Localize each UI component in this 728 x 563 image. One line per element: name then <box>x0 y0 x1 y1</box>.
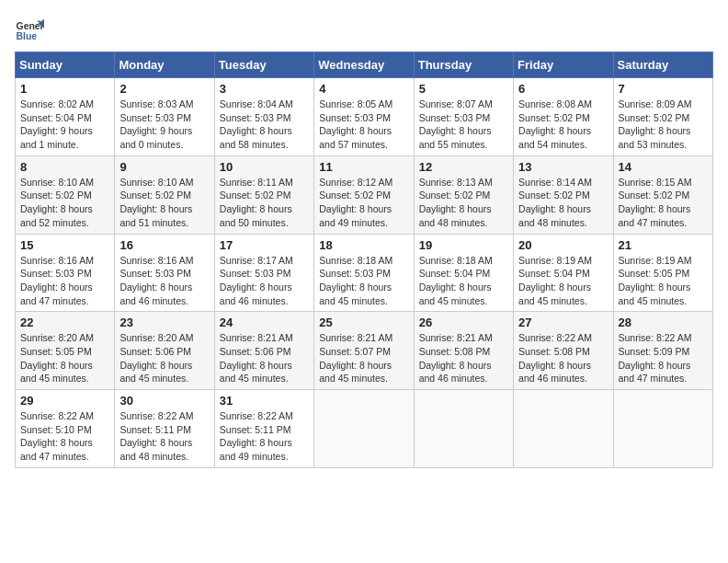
day-info: Sunrise: 8:15 AM Sunset: 5:02 PM Dayligh… <box>619 176 708 230</box>
day-info: Sunrise: 8:13 AM Sunset: 5:02 PM Dayligh… <box>419 176 508 230</box>
day-number: 28 <box>619 316 708 329</box>
day-number: 16 <box>119 238 209 252</box>
calendar-body: 1Sunrise: 8:02 AM Sunset: 5:04 PM Daylig… <box>16 78 713 468</box>
day-info: Sunrise: 8:14 AM Sunset: 5:02 PM Dayligh… <box>518 176 608 230</box>
day-info: Sunrise: 8:22 AM Sunset: 5:11 PM Dayligh… <box>220 409 309 464</box>
calendar-cell: 22Sunrise: 8:20 AM Sunset: 5:05 PM Dayli… <box>16 312 115 390</box>
day-number: 19 <box>419 238 508 252</box>
day-number: 21 <box>619 238 708 252</box>
weekday-header: Monday <box>115 52 214 78</box>
calendar-cell <box>514 390 613 468</box>
day-number: 25 <box>319 316 408 329</box>
day-number: 30 <box>119 394 209 408</box>
day-number: 23 <box>119 316 209 329</box>
svg-text:Blue: Blue <box>17 31 38 41</box>
day-info: Sunrise: 8:17 AM Sunset: 5:03 PM Dayligh… <box>220 254 309 308</box>
calendar-cell: 2Sunrise: 8:03 AM Sunset: 5:03 PM Daylig… <box>115 78 214 156</box>
day-number: 31 <box>220 394 309 408</box>
calendar-cell: 18Sunrise: 8:18 AM Sunset: 5:03 PM Dayli… <box>314 234 414 312</box>
calendar-cell: 5Sunrise: 8:07 AM Sunset: 5:03 PM Daylig… <box>414 78 513 156</box>
day-number: 15 <box>20 238 109 252</box>
day-info: Sunrise: 8:19 AM Sunset: 5:05 PM Dayligh… <box>619 254 708 308</box>
day-number: 22 <box>20 316 109 329</box>
calendar-week: 22Sunrise: 8:20 AM Sunset: 5:05 PM Dayli… <box>16 312 713 390</box>
day-number: 6 <box>518 82 608 96</box>
calendar-cell: 28Sunrise: 8:22 AM Sunset: 5:09 PM Dayli… <box>613 312 712 390</box>
day-number: 27 <box>518 316 608 329</box>
calendar-week: 29Sunrise: 8:22 AM Sunset: 5:10 PM Dayli… <box>16 390 713 468</box>
calendar-cell: 24Sunrise: 8:21 AM Sunset: 5:06 PM Dayli… <box>214 312 313 390</box>
day-info: Sunrise: 8:09 AM Sunset: 5:02 PM Dayligh… <box>619 98 708 152</box>
day-info: Sunrise: 8:08 AM Sunset: 5:02 PM Dayligh… <box>518 98 608 152</box>
calendar-week: 8Sunrise: 8:10 AM Sunset: 5:02 PM Daylig… <box>16 155 713 234</box>
day-number: 11 <box>319 160 408 174</box>
day-info: Sunrise: 8:21 AM Sunset: 5:06 PM Dayligh… <box>220 331 309 385</box>
calendar-cell: 7Sunrise: 8:09 AM Sunset: 5:02 PM Daylig… <box>613 78 712 156</box>
weekday-header: Thursday <box>414 52 513 78</box>
day-info: Sunrise: 8:18 AM Sunset: 5:03 PM Dayligh… <box>319 254 408 308</box>
day-number: 20 <box>518 238 608 252</box>
day-number: 14 <box>619 160 708 174</box>
day-info: Sunrise: 8:02 AM Sunset: 5:04 PM Dayligh… <box>20 98 109 152</box>
calendar-cell: 4Sunrise: 8:05 AM Sunset: 5:03 PM Daylig… <box>314 78 414 156</box>
calendar-cell: 6Sunrise: 8:08 AM Sunset: 5:02 PM Daylig… <box>514 78 613 156</box>
day-info: Sunrise: 8:11 AM Sunset: 5:02 PM Dayligh… <box>220 176 309 230</box>
weekday-header: Saturday <box>613 52 712 78</box>
calendar-cell: 23Sunrise: 8:20 AM Sunset: 5:06 PM Dayli… <box>115 312 214 390</box>
calendar-cell: 17Sunrise: 8:17 AM Sunset: 5:03 PM Dayli… <box>214 234 313 312</box>
weekday-header: Friday <box>514 52 613 78</box>
day-number: 3 <box>220 82 309 96</box>
day-number: 9 <box>119 160 209 174</box>
day-info: Sunrise: 8:16 AM Sunset: 5:03 PM Dayligh… <box>119 254 209 308</box>
weekday-header: Sunday <box>16 52 115 78</box>
calendar-header: SundayMondayTuesdayWednesdayThursdayFrid… <box>16 52 713 78</box>
day-number: 29 <box>20 394 109 408</box>
calendar-table: SundayMondayTuesdayWednesdayThursdayFrid… <box>15 52 713 468</box>
calendar-cell <box>414 390 513 468</box>
calendar-cell: 9Sunrise: 8:10 AM Sunset: 5:02 PM Daylig… <box>115 155 214 234</box>
day-info: Sunrise: 8:10 AM Sunset: 5:02 PM Dayligh… <box>119 176 209 230</box>
calendar-cell: 27Sunrise: 8:22 AM Sunset: 5:08 PM Dayli… <box>514 312 613 390</box>
calendar-cell: 25Sunrise: 8:21 AM Sunset: 5:07 PM Dayli… <box>314 312 414 390</box>
calendar-cell: 26Sunrise: 8:21 AM Sunset: 5:08 PM Dayli… <box>414 312 513 390</box>
weekday-header: Tuesday <box>214 52 313 78</box>
calendar-cell: 8Sunrise: 8:10 AM Sunset: 5:02 PM Daylig… <box>16 155 115 234</box>
day-number: 2 <box>119 82 209 96</box>
day-info: Sunrise: 8:10 AM Sunset: 5:02 PM Dayligh… <box>20 176 109 230</box>
day-number: 10 <box>220 160 309 174</box>
day-info: Sunrise: 8:05 AM Sunset: 5:03 PM Dayligh… <box>319 98 408 152</box>
calendar-cell: 12Sunrise: 8:13 AM Sunset: 5:02 PM Dayli… <box>414 155 513 234</box>
day-info: Sunrise: 8:04 AM Sunset: 5:03 PM Dayligh… <box>220 98 309 152</box>
calendar-cell: 21Sunrise: 8:19 AM Sunset: 5:05 PM Dayli… <box>613 234 712 312</box>
logo: General Blue <box>15 15 44 44</box>
calendar-cell: 13Sunrise: 8:14 AM Sunset: 5:02 PM Dayli… <box>514 155 613 234</box>
calendar-cell: 19Sunrise: 8:18 AM Sunset: 5:04 PM Dayli… <box>414 234 513 312</box>
day-info: Sunrise: 8:21 AM Sunset: 5:07 PM Dayligh… <box>319 331 408 385</box>
day-number: 4 <box>319 82 408 96</box>
day-info: Sunrise: 8:22 AM Sunset: 5:08 PM Dayligh… <box>518 331 608 385</box>
day-info: Sunrise: 8:22 AM Sunset: 5:11 PM Dayligh… <box>119 409 209 464</box>
calendar-cell: 3Sunrise: 8:04 AM Sunset: 5:03 PM Daylig… <box>214 78 313 156</box>
calendar-cell <box>314 390 414 468</box>
calendar-cell: 31Sunrise: 8:22 AM Sunset: 5:11 PM Dayli… <box>214 390 313 468</box>
day-info: Sunrise: 8:12 AM Sunset: 5:02 PM Dayligh… <box>319 176 408 230</box>
calendar-week: 1Sunrise: 8:02 AM Sunset: 5:04 PM Daylig… <box>16 78 713 156</box>
day-info: Sunrise: 8:20 AM Sunset: 5:06 PM Dayligh… <box>119 331 209 385</box>
calendar-cell: 11Sunrise: 8:12 AM Sunset: 5:02 PM Dayli… <box>314 155 414 234</box>
calendar-cell: 29Sunrise: 8:22 AM Sunset: 5:10 PM Dayli… <box>16 390 115 468</box>
day-info: Sunrise: 8:16 AM Sunset: 5:03 PM Dayligh… <box>20 254 109 308</box>
day-number: 7 <box>619 82 708 96</box>
calendar-cell <box>613 390 712 468</box>
logo-icon: General Blue <box>15 15 44 44</box>
day-info: Sunrise: 8:22 AM Sunset: 5:09 PM Dayligh… <box>619 331 708 385</box>
day-info: Sunrise: 8:19 AM Sunset: 5:04 PM Dayligh… <box>518 254 608 308</box>
calendar-cell: 15Sunrise: 8:16 AM Sunset: 5:03 PM Dayli… <box>16 234 115 312</box>
day-number: 1 <box>20 82 109 96</box>
day-number: 5 <box>419 82 508 96</box>
calendar-cell: 14Sunrise: 8:15 AM Sunset: 5:02 PM Dayli… <box>613 155 712 234</box>
day-number: 24 <box>220 316 309 329</box>
day-number: 17 <box>220 238 309 252</box>
day-info: Sunrise: 8:22 AM Sunset: 5:10 PM Dayligh… <box>20 409 109 464</box>
calendar-week: 15Sunrise: 8:16 AM Sunset: 5:03 PM Dayli… <box>16 234 713 312</box>
day-number: 26 <box>419 316 508 329</box>
